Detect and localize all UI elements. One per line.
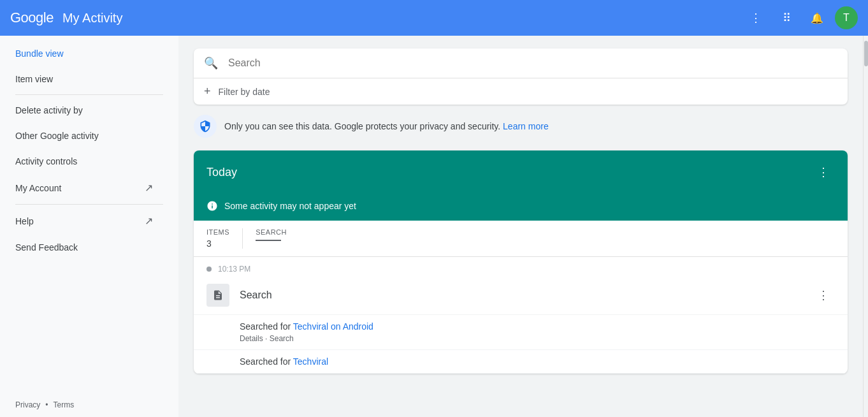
today-more-button[interactable]: ⋮ xyxy=(812,161,835,184)
scrollbar-thumb xyxy=(864,41,868,66)
details-link-1[interactable]: Details xyxy=(240,334,263,343)
search-stat: SEARCH xyxy=(256,228,287,249)
search-result-1: Searched for Techviral on Android Detail… xyxy=(194,315,848,350)
sidebar-item-other-google[interactable]: Other Google activity xyxy=(0,123,168,149)
time-dot xyxy=(206,267,212,272)
privacy-notice: Only you can see this data. Google prote… xyxy=(194,107,848,145)
search-container: 🔍 + Filter by date xyxy=(194,48,848,105)
terms-link[interactable]: Terms xyxy=(54,400,75,409)
sidebar-item-my-account[interactable]: My Account ↗ xyxy=(0,174,168,201)
today-notice: Some activity may not appear yet xyxy=(194,194,848,221)
today-more-icon: ⋮ xyxy=(818,165,829,179)
activity-title: Search xyxy=(240,289,272,301)
main-layout: Bundle view Item view Delete activity by… xyxy=(0,36,868,417)
google-wordmark: Google xyxy=(10,10,54,26)
notifications-icon: 🔔 xyxy=(811,12,823,24)
search-input[interactable] xyxy=(228,57,837,69)
filter-by-date-label: Filter by date xyxy=(219,87,270,97)
privacy-link[interactable]: Privacy xyxy=(15,400,40,409)
activity-item-search: Search ⋮ xyxy=(194,276,848,315)
searched-for-2: Searched for Techviral xyxy=(240,356,835,367)
search-result-2: Searched for Techviral xyxy=(194,350,848,374)
external-link-icon-help: ↗ xyxy=(145,215,153,227)
sidebar-divider-2 xyxy=(15,204,163,205)
meta-separator-1: · xyxy=(265,334,270,343)
sidebar-footer: Privacy • Terms xyxy=(0,393,178,417)
search-icon: 🔍 xyxy=(204,56,218,70)
sidebar: Bundle view Item view Delete activity by… xyxy=(0,36,178,417)
sidebar-label-other-google: Other Google activity xyxy=(15,131,99,141)
search-link-2[interactable]: Techviral xyxy=(293,356,328,367)
activity-more-button[interactable]: ⋮ xyxy=(812,284,835,307)
sidebar-label-delete-activity: Delete activity by xyxy=(15,105,83,115)
shield-icon xyxy=(194,115,217,138)
avatar-letter: T xyxy=(843,12,850,24)
learn-more-link[interactable]: Learn more xyxy=(503,121,549,131)
time-text: 10:13 PM xyxy=(218,265,250,274)
content-area: 🔍 + Filter by date Only you can see this… xyxy=(178,36,863,417)
items-label: ITEMS xyxy=(206,228,229,236)
today-header: Today ⋮ xyxy=(194,150,848,194)
sidebar-label-activity-controls: Activity controls xyxy=(15,156,77,166)
add-filter-icon: + xyxy=(204,85,211,98)
sidebar-item-delete-activity[interactable]: Delete activity by xyxy=(0,98,168,123)
footer-dot: • xyxy=(45,400,48,409)
more-options-button[interactable]: ⋮ xyxy=(743,5,769,31)
search-label: SEARCH xyxy=(256,228,287,236)
app-header: Google My Activity ⋮ ⠿ 🔔 T xyxy=(0,0,868,36)
external-link-icon-my-account: ↗ xyxy=(145,182,153,194)
sidebar-item-item-view[interactable]: Item view xyxy=(0,66,168,92)
sidebar-divider-1 xyxy=(15,94,163,95)
sidebar-item-send-feedback[interactable]: Send Feedback xyxy=(0,235,168,260)
searched-for-prefix-1: Searched for xyxy=(240,321,291,332)
searched-for-prefix-2: Searched for xyxy=(240,356,291,367)
avatar[interactable]: T xyxy=(835,6,858,29)
apps-button[interactable]: ⠿ xyxy=(774,5,799,31)
activity-more-icon: ⋮ xyxy=(818,288,829,302)
searched-for-1: Searched for Techviral on Android xyxy=(240,321,835,332)
apps-icon: ⠿ xyxy=(783,11,791,25)
more-vert-icon: ⋮ xyxy=(750,11,762,25)
sidebar-label-send-feedback: Send Feedback xyxy=(15,242,78,252)
privacy-text-main: Only you can see this data. Google prote… xyxy=(224,121,500,131)
filter-by-date-bar[interactable]: + Filter by date xyxy=(194,78,848,105)
notifications-button[interactable]: 🔔 xyxy=(804,5,830,31)
sidebar-label-item-view: Item view xyxy=(15,74,53,84)
today-stats: ITEMS 3 SEARCH xyxy=(194,221,848,257)
search-bar[interactable]: 🔍 xyxy=(194,48,848,78)
privacy-notice-text: Only you can see this data. Google prote… xyxy=(224,121,549,131)
items-stat: ITEMS 3 xyxy=(206,228,229,249)
items-value: 3 xyxy=(206,238,229,249)
sidebar-item-help[interactable]: Help ↗ xyxy=(0,207,168,235)
sidebar-item-activity-controls[interactable]: Activity controls xyxy=(0,149,168,174)
search-meta-1: Details · Search xyxy=(240,334,835,343)
sidebar-label-bundle-view: Bundle view xyxy=(15,48,64,59)
sidebar-item-bundle-view[interactable]: Bundle view xyxy=(0,41,168,66)
today-title: Today xyxy=(206,166,237,179)
sidebar-label-help: Help xyxy=(15,216,34,226)
today-card: Today ⋮ Some activity may not appear yet… xyxy=(194,150,848,374)
scrollbar[interactable] xyxy=(863,36,868,417)
search-meta-link-1[interactable]: Search xyxy=(270,334,294,343)
activity-item-left: Search xyxy=(206,284,272,307)
time-label: 10:13 PM xyxy=(194,257,848,276)
stat-divider xyxy=(242,228,243,249)
today-notice-text: Some activity may not appear yet xyxy=(224,201,356,211)
header-logo: Google My Activity xyxy=(10,10,122,26)
app-title: My Activity xyxy=(62,11,122,26)
sidebar-label-my-account: My Account xyxy=(15,183,61,193)
search-link-1[interactable]: Techviral on Android xyxy=(293,321,373,332)
activity-search-icon xyxy=(206,284,229,307)
header-icons: ⋮ ⠿ 🔔 T xyxy=(743,5,858,31)
search-underline xyxy=(256,240,281,241)
